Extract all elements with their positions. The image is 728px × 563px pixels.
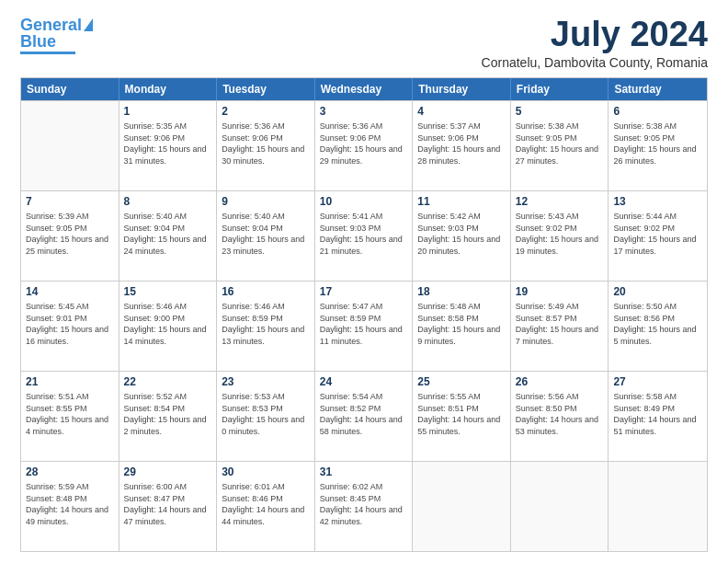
cell-info: Sunrise: 5:47 AMSunset: 8:59 PMDaylight:… (320, 301, 408, 347)
cell-info: Sunrise: 5:36 AMSunset: 9:06 PMDaylight:… (222, 121, 310, 167)
calendar-cell: 25Sunrise: 5:55 AMSunset: 8:51 PMDayligh… (413, 372, 511, 461)
cell-info: Sunrise: 5:40 AMSunset: 9:04 PMDaylight:… (124, 211, 212, 257)
weekday-header: Thursday (413, 78, 511, 100)
calendar-cell: 12Sunrise: 5:43 AMSunset: 9:02 PMDayligh… (511, 191, 609, 281)
calendar-cell: 7Sunrise: 5:39 AMSunset: 9:05 PMDaylight… (21, 191, 119, 281)
calendar-cell: 31Sunrise: 6:02 AMSunset: 8:45 PMDayligh… (315, 462, 414, 551)
logo-text: General (20, 17, 82, 33)
weekday-header: Monday (119, 78, 218, 100)
calendar-cell (21, 101, 119, 190)
calendar-cell (609, 462, 707, 551)
day-number: 27 (613, 374, 702, 389)
weekday-header: Wednesday (315, 78, 414, 100)
cell-info: Sunrise: 5:54 AMSunset: 8:52 PMDaylight:… (320, 391, 408, 437)
cell-info: Sunrise: 5:44 AMSunset: 9:02 PMDaylight:… (613, 211, 702, 257)
cell-info: Sunrise: 6:00 AMSunset: 8:47 PMDaylight:… (124, 481, 212, 527)
day-number: 11 (417, 194, 506, 209)
weekday-header: Tuesday (217, 78, 315, 100)
calendar-cell: 16Sunrise: 5:46 AMSunset: 8:59 PMDayligh… (217, 282, 315, 371)
calendar-cell: 10Sunrise: 5:41 AMSunset: 9:03 PMDayligh… (315, 191, 414, 281)
day-number: 7 (26, 194, 114, 209)
cell-info: Sunrise: 5:52 AMSunset: 8:54 PMDaylight:… (124, 391, 212, 437)
calendar-cell: 5Sunrise: 5:38 AMSunset: 9:05 PMDaylight… (511, 101, 609, 190)
logo-blue-text: Blue (20, 33, 56, 50)
day-number: 16 (222, 284, 310, 299)
cell-info: Sunrise: 5:46 AMSunset: 8:59 PMDaylight:… (222, 301, 310, 347)
day-number: 28 (26, 465, 114, 479)
cell-info: Sunrise: 5:55 AMSunset: 8:51 PMDaylight:… (417, 391, 506, 437)
logo: General Blue (20, 17, 93, 54)
calendar-cell: 6Sunrise: 5:38 AMSunset: 9:05 PMDaylight… (609, 101, 707, 190)
month-title: July 2024 (482, 17, 708, 52)
calendar-cell: 11Sunrise: 5:42 AMSunset: 9:03 PMDayligh… (413, 191, 511, 281)
title-area: July 2024 Cornatelu, Dambovita County, R… (482, 17, 708, 70)
weekday-header: Friday (511, 78, 609, 100)
cell-info: Sunrise: 6:02 AMSunset: 8:45 PMDaylight:… (320, 481, 408, 527)
calendar-cell: 20Sunrise: 5:50 AMSunset: 8:56 PMDayligh… (609, 282, 707, 371)
day-number: 24 (320, 374, 408, 389)
calendar-cell: 1Sunrise: 5:35 AMSunset: 9:06 PMDaylight… (119, 101, 218, 190)
calendar-cell: 15Sunrise: 5:46 AMSunset: 9:00 PMDayligh… (119, 282, 218, 371)
cell-info: Sunrise: 5:53 AMSunset: 8:53 PMDaylight:… (222, 391, 310, 437)
cell-info: Sunrise: 5:35 AMSunset: 9:06 PMDaylight:… (124, 121, 212, 167)
cell-info: Sunrise: 6:01 AMSunset: 8:46 PMDaylight:… (222, 481, 310, 527)
calendar-cell: 14Sunrise: 5:45 AMSunset: 9:01 PMDayligh… (21, 282, 119, 371)
day-number: 1 (124, 104, 212, 119)
day-number: 18 (417, 284, 506, 299)
calendar-cell: 18Sunrise: 5:48 AMSunset: 8:58 PMDayligh… (413, 282, 511, 371)
logo-general: General (20, 16, 82, 34)
cell-info: Sunrise: 5:42 AMSunset: 9:03 PMDaylight:… (417, 211, 506, 257)
calendar-cell: 30Sunrise: 6:01 AMSunset: 8:46 PMDayligh… (217, 462, 315, 551)
cell-info: Sunrise: 5:38 AMSunset: 9:05 PMDaylight:… (613, 121, 702, 167)
calendar-cell (413, 462, 511, 551)
day-number: 10 (320, 194, 408, 209)
calendar-cell: 13Sunrise: 5:44 AMSunset: 9:02 PMDayligh… (609, 191, 707, 281)
cell-info: Sunrise: 5:36 AMSunset: 9:06 PMDaylight:… (320, 121, 408, 167)
day-number: 6 (613, 104, 702, 119)
weekday-header: Saturday (609, 78, 707, 100)
calendar-row: 21Sunrise: 5:51 AMSunset: 8:55 PMDayligh… (21, 371, 707, 461)
calendar-cell: 21Sunrise: 5:51 AMSunset: 8:55 PMDayligh… (21, 372, 119, 461)
day-number: 23 (222, 374, 310, 389)
day-number: 14 (26, 284, 114, 299)
cell-info: Sunrise: 5:58 AMSunset: 8:49 PMDaylight:… (613, 391, 702, 437)
day-number: 9 (222, 194, 310, 209)
cell-info: Sunrise: 5:38 AMSunset: 9:05 PMDaylight:… (516, 121, 604, 167)
day-number: 8 (124, 194, 212, 209)
cell-info: Sunrise: 5:59 AMSunset: 8:48 PMDaylight:… (26, 481, 114, 527)
cell-info: Sunrise: 5:46 AMSunset: 9:00 PMDaylight:… (124, 301, 212, 347)
cell-info: Sunrise: 5:49 AMSunset: 8:57 PMDaylight:… (516, 301, 604, 347)
calendar-cell: 24Sunrise: 5:54 AMSunset: 8:52 PMDayligh… (315, 372, 414, 461)
calendar-cell: 8Sunrise: 5:40 AMSunset: 9:04 PMDaylight… (119, 191, 218, 281)
day-number: 19 (516, 284, 604, 299)
day-number: 4 (417, 104, 506, 119)
cell-info: Sunrise: 5:56 AMSunset: 8:50 PMDaylight:… (516, 391, 604, 437)
calendar-cell: 22Sunrise: 5:52 AMSunset: 8:54 PMDayligh… (119, 372, 218, 461)
weekday-header: Sunday (21, 78, 119, 100)
day-number: 29 (124, 465, 212, 479)
calendar-row: 28Sunrise: 5:59 AMSunset: 8:48 PMDayligh… (21, 461, 707, 551)
cell-info: Sunrise: 5:41 AMSunset: 9:03 PMDaylight:… (320, 211, 408, 257)
calendar-cell: 17Sunrise: 5:47 AMSunset: 8:59 PMDayligh… (315, 282, 414, 371)
cell-info: Sunrise: 5:50 AMSunset: 8:56 PMDaylight:… (613, 301, 702, 347)
day-number: 25 (417, 374, 506, 389)
day-number: 3 (320, 104, 408, 119)
day-number: 15 (124, 284, 212, 299)
calendar-header: SundayMondayTuesdayWednesdayThursdayFrid… (21, 78, 707, 100)
day-number: 21 (26, 374, 114, 389)
calendar-row: 14Sunrise: 5:45 AMSunset: 9:01 PMDayligh… (21, 281, 707, 371)
calendar-row: 7Sunrise: 5:39 AMSunset: 9:05 PMDaylight… (21, 190, 707, 281)
calendar-cell: 26Sunrise: 5:56 AMSunset: 8:50 PMDayligh… (511, 372, 609, 461)
calendar-cell: 4Sunrise: 5:37 AMSunset: 9:06 PMDaylight… (413, 101, 511, 190)
calendar-row: 1Sunrise: 5:35 AMSunset: 9:06 PMDaylight… (21, 100, 707, 190)
calendar-cell (511, 462, 609, 551)
calendar-cell: 23Sunrise: 5:53 AMSunset: 8:53 PMDayligh… (217, 372, 315, 461)
day-number: 17 (320, 284, 408, 299)
day-number: 22 (124, 374, 212, 389)
calendar-body: 1Sunrise: 5:35 AMSunset: 9:06 PMDaylight… (21, 100, 707, 551)
calendar-cell: 2Sunrise: 5:36 AMSunset: 9:06 PMDaylight… (217, 101, 315, 190)
day-number: 20 (613, 284, 702, 299)
day-number: 12 (516, 194, 604, 209)
calendar-cell: 3Sunrise: 5:36 AMSunset: 9:06 PMDaylight… (315, 101, 414, 190)
cell-info: Sunrise: 5:51 AMSunset: 8:55 PMDaylight:… (26, 391, 114, 437)
